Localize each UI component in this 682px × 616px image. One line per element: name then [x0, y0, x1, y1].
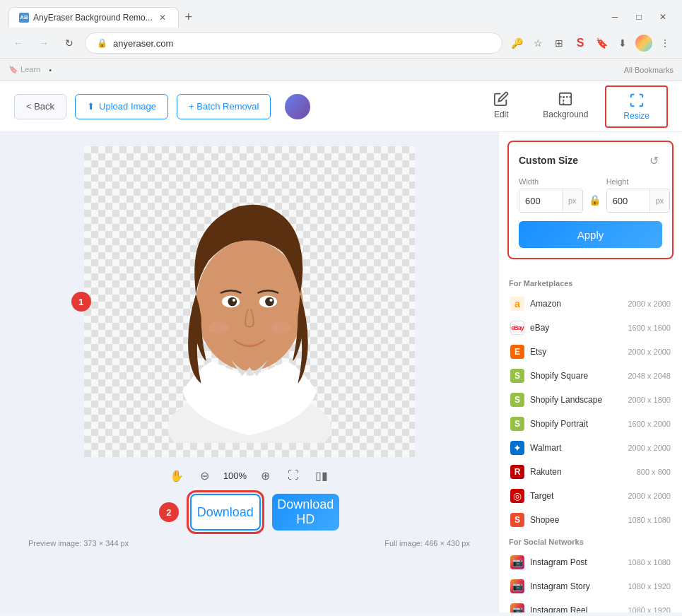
forward-nav-btn[interactable]: →: [34, 33, 54, 53]
ebay-icon: eBay: [510, 321, 524, 335]
background-tool-btn[interactable]: Background: [526, 85, 605, 128]
ebay-label: eBay: [530, 323, 628, 333]
full-info: Full image: 466 × 430 px: [384, 539, 470, 547]
edit-tool-btn[interactable]: Edit: [476, 85, 526, 128]
social-section-title: For Social Networks: [507, 538, 674, 546]
shopify-landscape-label: Shopify Landscape: [530, 395, 628, 405]
svg-rect-0: [560, 93, 572, 105]
shopify-landscape-size: 2000 x 1800: [628, 396, 671, 404]
resize-icon: [629, 93, 645, 108]
bookmark-dot: •: [49, 66, 52, 74]
preview-info: Preview image: 373 × 344 px: [28, 539, 129, 547]
etsy-preset[interactable]: E Etsy 2000 x 2000: [507, 340, 674, 364]
walmart-preset[interactable]: ✦ Walmart 2000 x 2000: [507, 436, 674, 460]
browser-chrome: AB AnyEraser Background Remo... ✕ + ─ □ …: [0, 0, 682, 81]
reset-btn[interactable]: ↺: [645, 152, 662, 169]
rakuten-icon: R: [510, 465, 524, 479]
width-input[interactable]: [519, 189, 562, 212]
fit-btn[interactable]: ⛶: [283, 466, 303, 485]
toolbar-tools: Edit Background Resize: [476, 85, 668, 128]
menu-btn[interactable]: ⋮: [657, 35, 674, 52]
star-icon[interactable]: ☆: [529, 35, 546, 52]
bottom-action-bar: 2 Download Download HD: [145, 485, 353, 539]
zoom-controls: ✋ ⊖ 100% ⊕ ⛶ ▯▮: [167, 466, 331, 485]
zoom-out-btn[interactable]: ⊖: [195, 466, 215, 485]
background-icon: [558, 91, 573, 107]
svg-point-9: [269, 299, 272, 302]
svg-point-10: [208, 321, 228, 333]
lock-icon[interactable]: 🔒: [589, 193, 601, 207]
address-bar: ← → ↻ 🔒 anyeraser.com 🔑 ☆ ⊞ S 🔖 ⬇ ⋮: [0, 28, 682, 58]
address-icons: 🔑 ☆ ⊞ S 🔖 ⬇ ⋮: [508, 35, 674, 52]
minimize-btn[interactable]: ─: [604, 10, 625, 24]
tab-close-btn[interactable]: ✕: [157, 12, 168, 23]
instagram-reel-preset[interactable]: 📷 Instagram Reel 1080 x 1920: [507, 598, 674, 612]
url-input[interactable]: 🔒 anyeraser.com: [85, 32, 502, 54]
preset-section: For Marketplaces a Amazon 2000 x 2000 eB…: [499, 268, 682, 612]
shopify-square-size: 2048 x 2048: [628, 372, 671, 380]
shopee-preset[interactable]: S Shopee 1080 x 1080: [507, 508, 674, 532]
rakuten-size: 800 x 800: [637, 468, 671, 476]
apply-button[interactable]: Apply: [519, 221, 662, 248]
pan-tool-btn[interactable]: ✋: [167, 466, 187, 485]
back-button[interactable]: < Back: [14, 94, 66, 119]
rakuten-label: Rakuten: [530, 467, 637, 477]
target-size: 2000 x 2000: [628, 492, 671, 500]
profile-icon[interactable]: [635, 35, 652, 52]
image-info-bar: Preview image: 373 × 344 px Full image: …: [14, 539, 484, 547]
rakuten-preset[interactable]: R Rakuten 800 x 800: [507, 460, 674, 484]
etsy-size: 2000 x 2000: [628, 348, 671, 356]
zoom-in-btn[interactable]: ⊕: [255, 466, 275, 485]
background-label: Background: [543, 109, 588, 119]
zoom-level: 100%: [223, 470, 247, 481]
shopify-portrait-preset[interactable]: S Shopify Portrait 1600 x 2000: [507, 412, 674, 436]
width-input-wrap: px: [519, 189, 583, 213]
active-tab[interactable]: AB AnyEraser Background Remo... ✕: [8, 7, 179, 28]
ebay-preset[interactable]: eBay eBay 1600 x 1600: [507, 316, 674, 340]
amazon-preset[interactable]: a Amazon 2000 x 2000: [507, 292, 674, 316]
portrait-image: [115, 160, 384, 443]
refresh-btn[interactable]: ↻: [59, 33, 79, 53]
user-avatar[interactable]: [285, 94, 310, 119]
shopify-square-preset[interactable]: S Shopify Square 2048 x 2048: [507, 364, 674, 388]
height-field: Height px: [606, 177, 671, 213]
download-icon[interactable]: ⬇: [614, 35, 631, 52]
shopify-portrait-size: 1600 x 2000: [628, 420, 671, 428]
download-button[interactable]: Download: [190, 494, 261, 531]
edit-label: Edit: [494, 109, 509, 119]
download-hd-button[interactable]: Download HD: [272, 494, 340, 531]
maximize-btn[interactable]: □: [628, 10, 649, 24]
shopify-landscape-preset[interactable]: S Shopify Landscape 2000 x 1800: [507, 388, 674, 412]
back-nav-btn[interactable]: ←: [8, 33, 28, 53]
split-view-btn[interactable]: ▯▮: [312, 466, 331, 485]
instagram-post-icon: 📷: [510, 555, 524, 569]
ebay-size: 1600 x 1600: [628, 324, 671, 332]
instagram-story-preset[interactable]: 📷 Instagram Story 1080 x 1920: [507, 574, 674, 598]
window-controls: ─ □ ✕: [604, 10, 674, 24]
height-input[interactable]: [607, 189, 649, 212]
edit-icon: [493, 91, 509, 107]
amazon-icon: a: [510, 297, 524, 311]
upload-image-button[interactable]: ⬆ Upload Image: [75, 94, 168, 119]
canvas-area: 1 ✋ ⊖ 100% ⊕ ⛶ ▯▮ 2 Download Download HD…: [0, 132, 498, 612]
target-icon: ◎: [510, 489, 524, 503]
batch-removal-button[interactable]: + Batch Removal: [177, 94, 271, 119]
url-text: anyeraser.com: [113, 38, 173, 49]
instagram-post-preset[interactable]: 📷 Instagram Post 1080 x 1080: [507, 550, 674, 574]
resize-tool-btn[interactable]: Resize: [605, 85, 668, 128]
all-bookmarks[interactable]: All Bookmarks: [624, 66, 674, 74]
grid-icon[interactable]: ⊞: [551, 35, 568, 52]
shopee-label: Shopee: [530, 515, 628, 525]
target-preset[interactable]: ◎ Target 2000 x 2000: [507, 484, 674, 508]
width-unit: px: [562, 189, 582, 212]
step1-badge: 1: [71, 292, 91, 312]
new-tab-btn[interactable]: +: [179, 7, 199, 27]
instagram-reel-icon: 📷: [510, 603, 524, 612]
bookmark-item[interactable]: 🔖 Learn: [8, 65, 40, 74]
instagram-story-icon: 📷: [510, 579, 524, 593]
bookmark-icon[interactable]: 🔖: [593, 35, 610, 52]
close-btn[interactable]: ✕: [652, 10, 674, 24]
walmart-size: 2000 x 2000: [628, 444, 671, 452]
resize-label: Resize: [623, 111, 649, 121]
tab-favicon: AB: [19, 13, 29, 23]
